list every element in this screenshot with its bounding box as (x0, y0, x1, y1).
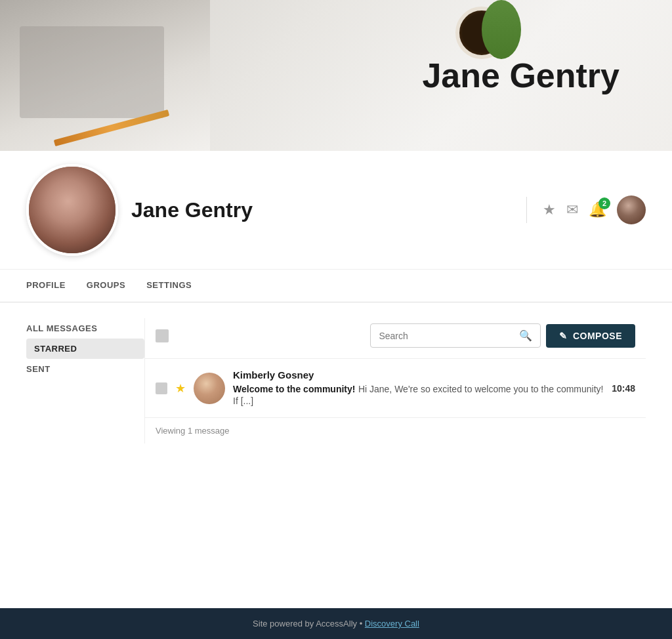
tab-groups[interactable]: GROUPS (87, 270, 125, 302)
compose-button[interactable]: ✎ COMPOSE (546, 324, 635, 348)
viewing-count: Viewing 1 message (145, 418, 646, 443)
table-row[interactable]: ★ Kimberly Gosney Welcome to the communi… (145, 359, 646, 418)
favorites-button[interactable]: ★ (543, 201, 556, 218)
tab-settings[interactable]: SETTINGS (146, 270, 192, 302)
messages-container: ALL MESSAGES STARRED SENT 🔍 ✎ (0, 302, 672, 459)
envelope-icon: ✉ (566, 201, 578, 218)
message-subject: Welcome to the community! (233, 384, 355, 394)
star-icon: ★ (543, 201, 556, 218)
message-content: Kimberly Gosney Welcome to the community… (233, 369, 604, 407)
tab-profile[interactable]: PROFILE (26, 270, 66, 302)
profile-avatar-large (26, 164, 118, 256)
messages-icon-button[interactable]: ✉ (566, 201, 578, 218)
messages-layout: ALL MESSAGES STARRED SENT 🔍 ✎ (26, 318, 646, 443)
message-checkbox[interactable] (156, 382, 167, 394)
message-time: 10:48 (612, 383, 635, 394)
compose-icon: ✎ (559, 331, 568, 341)
profile-icons-area: ★ ✉ 🔔 2 (526, 196, 646, 224)
message-sender: Kimberly Gosney (233, 369, 604, 381)
hero-banner: Jane Gentry (0, 0, 672, 151)
profile-section: Jane Gentry ★ ✉ 🔔 2 (0, 151, 672, 270)
notifications-button[interactable]: 🔔 2 (589, 201, 606, 218)
profile-avatar-small[interactable] (617, 196, 646, 224)
messages-sidebar: ALL MESSAGES STARRED SENT (26, 318, 144, 443)
message-list: ★ Kimberly Gosney Welcome to the communi… (145, 359, 646, 418)
messages-toolbar: 🔍 ✎ COMPOSE (145, 318, 646, 359)
search-input-wrapper: 🔍 (370, 323, 541, 348)
sidebar-item-sent[interactable]: SENT (26, 359, 144, 379)
search-area: 🔍 ✎ COMPOSE (370, 323, 635, 348)
sender-avatar (194, 373, 225, 404)
profile-name-area: Jane Gentry (131, 198, 513, 222)
search-icon: 🔍 (519, 329, 532, 342)
nav-tabs: PROFILE GROUPS SETTINGS (0, 270, 672, 302)
messages-main: 🔍 ✎ COMPOSE ★ Kimberly Gosney Welco (144, 318, 646, 443)
select-all-checkbox[interactable] (156, 329, 169, 342)
icons-divider (526, 197, 527, 223)
hero-plant-image (482, 0, 521, 59)
notification-badge: 2 (598, 197, 610, 209)
avatar-face (29, 167, 116, 253)
sidebar-item-starred[interactable]: STARRED (26, 339, 144, 359)
search-input[interactable] (379, 331, 514, 341)
profile-name: Jane Gentry (131, 198, 253, 222)
starred-icon[interactable]: ★ (175, 381, 186, 396)
sidebar-item-all-messages[interactable]: ALL MESSAGES (26, 318, 144, 339)
hero-title: Jane Gentry (422, 56, 620, 95)
